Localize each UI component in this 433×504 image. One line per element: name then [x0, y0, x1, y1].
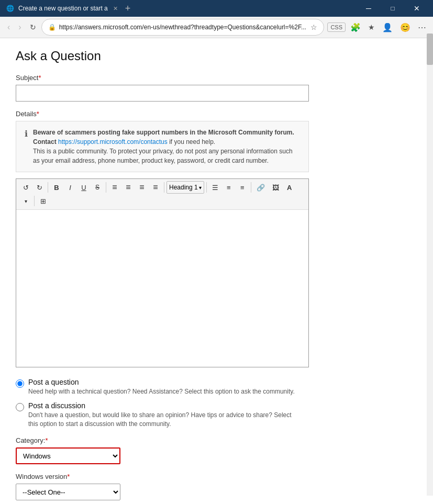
minimize-btn[interactable]: ─ — [357, 0, 381, 17]
radio-discussion-desc: Don't have a question, but would like to… — [28, 411, 301, 429]
scrollbar-thumb[interactable] — [427, 33, 433, 65]
numbered-btn[interactable]: ≡ — [223, 181, 235, 194]
toolbar-sep-3 — [164, 182, 164, 193]
redo-btn[interactable]: ↻ — [33, 181, 46, 194]
toolbar-sep-5 — [251, 182, 251, 193]
subject-label: Subject* — [16, 74, 417, 82]
radio-option-discussion: Post a discussion Don't have a question,… — [16, 401, 417, 429]
subject-input[interactable] — [16, 85, 309, 102]
emoji-btn[interactable]: 😊 — [397, 20, 413, 35]
page-content: Ask a Question Subject* Details* ℹ Bewar… — [0, 38, 433, 500]
toolbar-sep-2 — [106, 182, 106, 193]
info-text: Beware of scammers posting fake support … — [33, 128, 300, 165]
profile-btn[interactable]: 👤 — [380, 20, 395, 35]
version-section: Windows version* --Select One-- Windows … — [16, 473, 417, 500]
bullets-btn[interactable]: ☰ — [209, 181, 221, 194]
privacy-text: This is a public community. To protect y… — [33, 148, 293, 164]
details-required: * — [37, 110, 39, 118]
tab-close-btn[interactable]: ✕ — [113, 5, 118, 12]
radio-question[interactable] — [16, 379, 24, 388]
image-btn[interactable]: 🖼 — [269, 181, 282, 194]
contact-link[interactable]: https://support.microsoft.com/contactus — [58, 138, 168, 145]
toolbar-sep-1 — [48, 182, 48, 193]
address-bar-area: ‹ › ↻ 🔒 https://answers.microsoft.com/en… — [0, 17, 433, 38]
scrollbar-track — [427, 33, 433, 496]
heading-label: Heading 1 — [169, 184, 198, 191]
page-title: Ask a Question — [16, 49, 417, 63]
star-icon[interactable]: ☆ — [310, 23, 317, 31]
bold-btn[interactable]: B — [50, 181, 63, 194]
back-btn[interactable]: ‹ — [4, 20, 13, 34]
extensions-btn[interactable]: 🧩 — [348, 20, 363, 35]
radio-discussion-label: Post a discussion — [28, 401, 301, 410]
browser-title: Create a new question or start a — [18, 5, 108, 12]
toolbar-sep-6 — [34, 196, 35, 206]
menu-btn[interactable]: ⋯ — [415, 20, 429, 35]
table-btn[interactable]: ⊞ — [37, 195, 49, 207]
font-color-btn[interactable]: A — [283, 181, 296, 194]
radio-question-label: Post a question — [28, 378, 295, 386]
undo-btn[interactable]: ↺ — [19, 181, 32, 194]
details-label: Details* — [16, 110, 417, 118]
align-right-btn[interactable]: ≡ — [136, 181, 148, 194]
indent-btn[interactable]: ≡ — [236, 181, 249, 194]
editor-toolbar: ↺ ↻ B I U S ≡ ≡ ≡ ≡ Heading 1 ▾ ☰ ≡ — [16, 179, 308, 210]
subject-required: * — [38, 74, 41, 82]
link-btn[interactable]: 🔗 — [253, 181, 268, 194]
more-btn[interactable]: ▾ — [19, 195, 32, 207]
browser-icon: 🌐 — [6, 5, 14, 12]
heading-dropdown[interactable]: Heading 1 ▾ — [166, 181, 204, 194]
category-select[interactable]: Windows Office Edge Other — [16, 447, 120, 464]
maximize-btn[interactable]: □ — [381, 0, 405, 17]
heading-arrow: ▾ — [199, 185, 202, 191]
close-btn[interactable]: ✕ — [405, 0, 429, 17]
url-text: https://answers.microsoft.com/en-us/newt… — [59, 24, 308, 31]
post-type-group: Post a question Need help with a technic… — [16, 378, 417, 428]
radio-discussion-labels: Post a discussion Don't have a question,… — [28, 401, 301, 429]
css-btn[interactable]: CSS — [327, 23, 346, 32]
category-section: Category:* Windows Office Edge Other — [16, 436, 417, 464]
justify-btn[interactable]: ≡ — [149, 181, 162, 194]
forward-btn[interactable]: › — [15, 20, 24, 34]
category-required: * — [45, 436, 48, 444]
strikethrough-btn[interactable]: S — [91, 181, 104, 194]
italic-btn[interactable]: I — [64, 181, 76, 194]
lock-icon: 🔒 — [48, 24, 56, 31]
underline-btn[interactable]: U — [77, 181, 90, 194]
radio-question-desc: Need help with a technical question? Nee… — [28, 387, 295, 396]
refresh-btn[interactable]: ↻ — [27, 21, 39, 33]
align-left-btn[interactable]: ≡ — [108, 181, 121, 194]
radio-question-labels: Post a question Need help with a technic… — [28, 378, 295, 396]
version-select[interactable]: --Select One-- Windows 11 Windows 10 Win… — [16, 484, 120, 500]
radio-discussion[interactable] — [16, 403, 24, 411]
radio-option-question: Post a question Need help with a technic… — [16, 378, 417, 396]
window-controls: ─ □ ✕ — [357, 0, 429, 17]
new-tab-btn[interactable]: + — [125, 3, 131, 14]
info-icon: ℹ — [25, 129, 28, 165]
editor-container: ↺ ↻ B I U S ≡ ≡ ≡ ≡ Heading 1 ▾ ☰ ≡ — [16, 178, 309, 367]
favorites-btn[interactable]: ★ — [365, 21, 378, 33]
category-label: Category:* — [16, 436, 417, 444]
toolbar-sep-4 — [206, 182, 207, 193]
editor-area[interactable] — [16, 210, 308, 367]
url-bar[interactable]: 🔒 https://answers.microsoft.com/en-us/ne… — [41, 19, 325, 36]
warning-suffix: if you need help. — [169, 138, 215, 145]
version-required: * — [67, 473, 70, 480]
info-box: ℹ Beware of scammers posting fake suppor… — [16, 121, 309, 172]
version-label: Windows version* — [16, 473, 417, 480]
align-center-btn[interactable]: ≡ — [122, 181, 135, 194]
browser-window: 🌐 Create a new question or start a ✕ + ─… — [0, 0, 433, 500]
